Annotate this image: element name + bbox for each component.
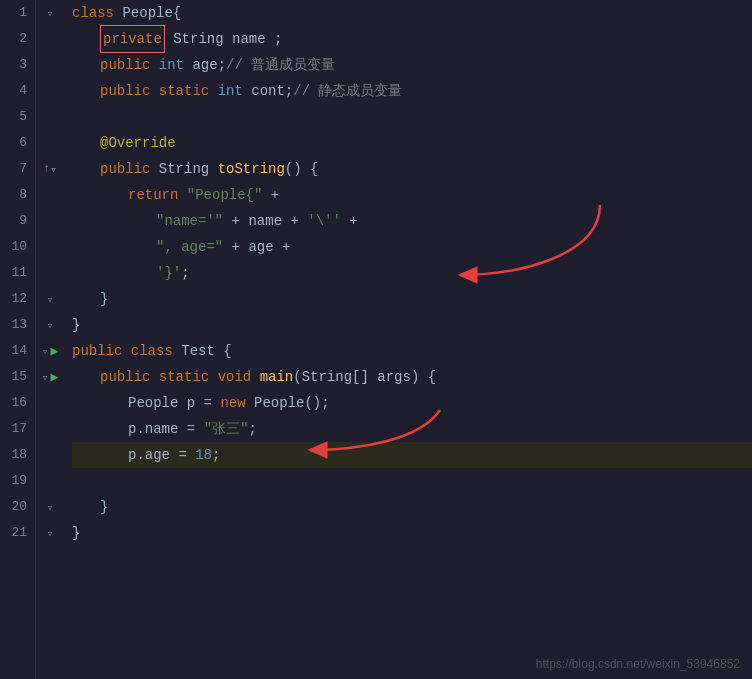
token-method: main <box>260 364 294 390</box>
code-line: } <box>72 312 752 338</box>
token-plain: People(); <box>254 390 330 416</box>
code-line: public int age;// 普通成员变量 <box>72 52 752 78</box>
token-string: ", age=" <box>156 234 223 260</box>
token-plain: } <box>100 286 108 312</box>
line-number: 9 <box>8 208 27 234</box>
editor: 123456789101112131415161718192021 ▿↑▿▿▿▿… <box>0 0 752 679</box>
line-number: 11 <box>8 260 27 286</box>
token-plain: + age + <box>223 234 290 260</box>
code-line: public static int cont;// 静态成员变量 <box>72 78 752 104</box>
line-number: 13 <box>8 312 27 338</box>
token-plain: People p = <box>128 390 220 416</box>
code-line: p.age = 18; <box>72 442 752 468</box>
line-number: 7 <box>8 156 27 182</box>
code-line: ", age=" + age + <box>72 234 752 260</box>
token-plain: + <box>262 182 279 208</box>
token-plain: ( <box>293 364 301 390</box>
line-number: 18 <box>8 442 27 468</box>
token-kw-blue: int <box>218 78 252 104</box>
line-number: 10 <box>8 234 27 260</box>
line-number: 5 <box>8 104 27 130</box>
token-plain: + name + <box>223 208 307 234</box>
code-line: People p = new People(); <box>72 390 752 416</box>
code-line: public static void main(String[] args) { <box>72 364 752 390</box>
fold-icon[interactable]: ▿ <box>47 7 54 20</box>
gutter-item <box>36 130 64 156</box>
token-kw: public <box>72 338 131 364</box>
token-kw: public <box>100 52 159 78</box>
gutter-item <box>36 78 64 104</box>
token-plain: Test { <box>181 338 231 364</box>
code-line: public class Test { <box>72 338 752 364</box>
token-kw: class <box>131 338 181 364</box>
keyword-private: private <box>100 25 165 53</box>
code-line: p.name = "张三"; <box>72 416 752 442</box>
gutter-item: ▿ <box>36 494 64 520</box>
fold-icon[interactable]: ▿ <box>47 293 54 306</box>
token-string: '\'' <box>307 208 341 234</box>
line-number: 12 <box>8 286 27 312</box>
token-kw: public <box>100 364 159 390</box>
arrow-up-icon: ↑ <box>43 162 50 176</box>
token-plain: String <box>159 156 218 182</box>
token-kw: static <box>159 364 218 390</box>
code-line: } <box>72 520 752 546</box>
run-icon[interactable]: ▶ <box>50 343 58 359</box>
code-line: } <box>72 494 752 520</box>
token-string: "People{" <box>187 182 263 208</box>
code-line: } <box>72 286 752 312</box>
token-plain: p.age = <box>128 442 195 468</box>
token-string: "张三" <box>204 416 249 442</box>
token-plain: } <box>72 312 80 338</box>
line-number: 15 <box>8 364 27 390</box>
gutter-item: ▿▶ <box>36 338 64 364</box>
token-plain: ; <box>181 260 189 286</box>
fold-icon[interactable]: ▿ <box>47 319 54 332</box>
gutter-item <box>36 26 64 52</box>
token-kw-blue: int <box>159 52 193 78</box>
token-plain: People{ <box>122 0 181 26</box>
fold-icon[interactable]: ▿ <box>47 527 54 540</box>
line-number: 6 <box>8 130 27 156</box>
fold-icon[interactable]: ▿ <box>42 345 49 358</box>
token-kw: void <box>218 364 260 390</box>
token-annotation: @Override <box>100 130 176 156</box>
token-plain: cont; <box>251 78 293 104</box>
fold-icon[interactable]: ▿ <box>42 371 49 384</box>
token-kw: static <box>159 78 218 104</box>
run-icon[interactable]: ▶ <box>50 369 58 385</box>
token-plain: } <box>100 494 108 520</box>
fold-icon[interactable]: ▿ <box>50 163 57 176</box>
line-number: 8 <box>8 182 27 208</box>
token-comment: // 静态成员变量 <box>293 78 402 104</box>
gutter-item <box>36 416 64 442</box>
token-plain: age; <box>192 52 226 78</box>
gutter-item <box>36 468 64 494</box>
code-line <box>72 468 752 494</box>
gutter-item <box>36 208 64 234</box>
fold-icon[interactable]: ▿ <box>47 501 54 514</box>
token-kw: public <box>100 78 159 104</box>
line-number: 16 <box>8 390 27 416</box>
line-number: 19 <box>8 468 27 494</box>
line-number: 3 <box>8 52 27 78</box>
line-number: 20 <box>8 494 27 520</box>
token-plain: String name ; <box>165 26 283 52</box>
code-line: '}'; <box>72 260 752 286</box>
gutter-item: ▿ <box>36 0 64 26</box>
code-line: public String toString() { <box>72 156 752 182</box>
token-plain: String <box>302 364 352 390</box>
code-content: class People{private String name ;public… <box>64 0 752 679</box>
line-number: 21 <box>8 520 27 546</box>
gutter-item: ▿ <box>36 312 64 338</box>
line-number: 14 <box>8 338 27 364</box>
code-line <box>72 104 752 130</box>
gutter-item <box>36 182 64 208</box>
token-plain: [] args) { <box>352 364 436 390</box>
code-line: return "People{" + <box>72 182 752 208</box>
gutter-item <box>36 442 64 468</box>
code-line: private String name ; <box>72 26 752 52</box>
gutter-item: ▿ <box>36 286 64 312</box>
token-string: '}' <box>156 260 181 286</box>
token-kw: new <box>220 390 254 416</box>
